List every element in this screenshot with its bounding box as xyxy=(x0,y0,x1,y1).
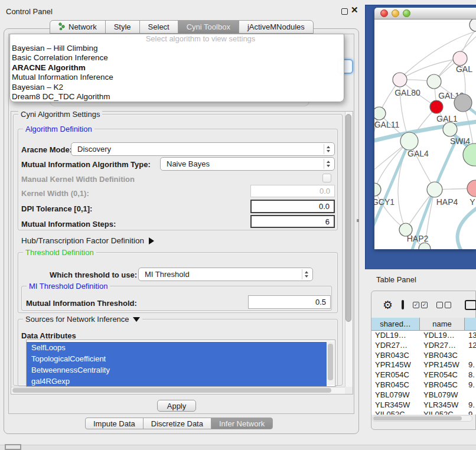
table-header-row: shared…nameA xyxy=(371,318,476,331)
network-node-gcy1[interactable] xyxy=(374,183,381,196)
partial-panel-icon[interactable] xyxy=(465,300,476,310)
data-attributes-list[interactable]: SelfLoopsTopologicalCoefficientBetweenne… xyxy=(26,340,335,387)
column-header-a[interactable]: A xyxy=(465,318,476,331)
node-label: GAL1 xyxy=(436,114,458,123)
network-node-gal80[interactable] xyxy=(393,73,407,87)
cell: 12 xyxy=(465,341,476,351)
threshold-definition-title: Threshold Definition xyxy=(23,248,96,257)
attribute-table[interactable]: shared…nameAYDL19…YDL19…13YDR27…YDR27…12… xyxy=(371,318,476,415)
network-node[interactable] xyxy=(454,94,472,112)
cell: YPR145W xyxy=(420,360,465,370)
tab-network[interactable]: Network xyxy=(50,20,106,34)
close-panel-icon[interactable]: ✕ xyxy=(351,5,358,15)
apply-button[interactable]: Apply xyxy=(157,400,196,412)
cell: YLR345W xyxy=(420,400,465,410)
restore-panel-icon[interactable] xyxy=(5,444,21,450)
column-header-shared-[interactable]: shared… xyxy=(371,318,420,331)
splitter-handle[interactable] xyxy=(357,219,359,222)
network-node-gal[interactable] xyxy=(453,51,467,66)
control-panel-title: Control Panel xyxy=(6,7,53,16)
mi-threshold-group-title: MI Threshold Definition xyxy=(27,282,110,291)
table-row[interactable]: YDL19…YDL19…13 xyxy=(371,331,476,341)
algorithm-dropdown-list: Bayesian – Hill ClimbingBasic Correlatio… xyxy=(10,44,344,102)
network-node-swi4[interactable] xyxy=(443,122,457,136)
network-window-titlebar[interactable] xyxy=(374,8,476,19)
tab-discretize-data[interactable]: Discretize Data xyxy=(143,418,211,429)
dropdown-item-bayesian-k2[interactable]: Bayesian – K2 xyxy=(10,83,344,92)
network-node-hap4[interactable] xyxy=(427,182,442,197)
list-item[interactable]: BetweennessCentrality xyxy=(27,364,327,376)
mi-steps-field[interactable]: 6 xyxy=(250,215,335,228)
mi-type-select[interactable]: Naive Bayes xyxy=(160,157,335,171)
sources-group-toggle[interactable]: Sources for Network Inference xyxy=(23,315,142,324)
dropdown-item-mutual-information-inference[interactable]: Mutual Information Inference xyxy=(10,73,344,82)
network-node[interactable] xyxy=(419,243,431,249)
dropdown-item-basic-correlation-inference[interactable]: Basic Correlation Inference xyxy=(10,53,344,63)
minimize-light-icon[interactable] xyxy=(392,9,399,17)
hub-definition-toggle[interactable]: Hub/Transcription Factor Definition xyxy=(21,236,154,245)
table-row[interactable]: YBR043CYBR043C xyxy=(371,351,476,361)
tab-style[interactable]: Style xyxy=(105,20,140,34)
close-light-icon[interactable] xyxy=(380,9,388,17)
network-canvas[interactable]: GALGAL80GAL10GAL1GAL11SWI4GAL4GCY1HAP4YH… xyxy=(374,19,476,249)
tab-jactivemnodules[interactable]: jActiveMNodules xyxy=(239,20,314,34)
mi-threshold-field[interactable]: 0.5 xyxy=(248,295,331,309)
cell: YDL19… xyxy=(371,331,420,341)
which-threshold-select[interactable]: MI Threshold xyxy=(138,268,313,281)
cell: 13 xyxy=(465,331,476,341)
network-node-gal4[interactable] xyxy=(400,132,418,150)
list-scrollbar[interactable] xyxy=(327,341,334,385)
cell: YPR145W xyxy=(371,360,420,370)
zoom-light-icon[interactable] xyxy=(403,9,410,17)
table-horizontal-scrollbar-thumb[interactable] xyxy=(373,416,462,420)
table-row[interactable]: YER054CYER054C8. xyxy=(371,370,476,380)
list-item[interactable]: SelfLoops xyxy=(27,342,327,353)
split-columns-icon[interactable] xyxy=(402,300,404,309)
settings-vertical-scrollbar-thumb[interactable] xyxy=(345,114,351,322)
network-node-gal10[interactable] xyxy=(427,74,441,89)
table-row[interactable]: YBL079WYBL079W xyxy=(371,390,476,400)
network-node-gal1[interactable] xyxy=(430,100,443,113)
dropdown-item-dream8-dc-tdc-algorithm[interactable]: Dream8 DC_TDC Algorithm xyxy=(10,92,344,102)
float-panel-icon[interactable] xyxy=(341,8,348,15)
mi-type-label: Mutual Information Algorithm Type: xyxy=(21,160,151,169)
list-scrollbar-thumb[interactable] xyxy=(328,344,333,380)
tab-select[interactable]: Select xyxy=(139,20,178,34)
network-icon xyxy=(58,22,66,32)
network-node[interactable] xyxy=(470,19,476,31)
table-row[interactable]: YPR145WYPR145W9. xyxy=(371,360,476,370)
network-node-gal11[interactable] xyxy=(374,107,386,120)
gear-icon[interactable]: ⚙ xyxy=(383,299,393,311)
list-item[interactable]: gal4RGexp xyxy=(27,376,327,387)
kernel-width-field[interactable]: 0.0 xyxy=(250,185,335,197)
table-row[interactable]: YDR27…YDR27…12 xyxy=(371,341,476,351)
table-panel-title: Table Panel xyxy=(376,275,416,284)
table-row[interactable]: YLR345WYLR345W9. xyxy=(371,400,476,410)
tab-impute-data[interactable]: Impute Data xyxy=(85,418,144,429)
dropdown-item-bayesian-hill-climbing[interactable]: Bayesian – Hill Climbing xyxy=(10,44,344,53)
network-edge-thick[interactable] xyxy=(458,208,476,249)
table-row[interactable]: YIL052CYIL052C9 xyxy=(371,410,476,415)
node-label: GAL80 xyxy=(395,88,420,97)
table-row[interactable]: YBR045CYBR045C9. xyxy=(371,380,476,390)
cell: YBR043C xyxy=(420,351,465,361)
column-header-name[interactable]: name xyxy=(420,318,465,331)
list-item[interactable]: TopologicalCoefficient xyxy=(27,353,327,364)
manual-kernel-checkbox[interactable] xyxy=(322,174,331,182)
aracne-mode-select[interactable]: Discovery xyxy=(71,142,335,156)
dpi-tolerance-field[interactable]: 0.0 xyxy=(250,200,335,213)
cell xyxy=(465,351,476,361)
network-node[interactable] xyxy=(463,144,476,166)
checked-pair-icon[interactable]: ✓✓ xyxy=(413,302,428,308)
network-view-window[interactable]: GALGAL80GAL10GAL1GAL11SWI4GAL4GCY1HAP4YH… xyxy=(374,8,476,249)
network-node-y[interactable] xyxy=(467,180,476,197)
cell: 9. xyxy=(465,380,476,390)
tab-cyni-toolbox[interactable]: Cyni Toolbox xyxy=(178,20,239,34)
bottom-tab-bar: Impute DataDiscretize DataInfer Network xyxy=(85,418,273,429)
cyni-algorithm-settings-title: Cyni Algorithm Settings xyxy=(18,110,102,119)
unchecked-pair-icon[interactable] xyxy=(436,302,451,308)
cell: YBL079W xyxy=(420,390,465,400)
tab-infer-network[interactable]: Infer Network xyxy=(211,418,273,429)
settings-horizontal-scrollbar-thumb[interactable] xyxy=(12,388,331,393)
dropdown-item-aracne-algorithm[interactable]: ARACNE Algorithm xyxy=(10,63,344,73)
